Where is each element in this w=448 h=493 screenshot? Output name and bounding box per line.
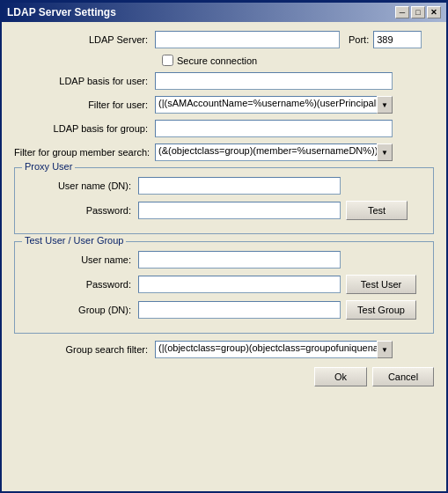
test-user-section-content: User name: Password: Test User Group (DN… <box>24 247 424 320</box>
maximize-button[interactable]: □ <box>411 6 425 18</box>
proxy-password-input[interactable] <box>138 202 341 219</box>
title-bar: LDAP Server Settings ─ □ ✕ <box>2 3 446 22</box>
ldap-server-input[interactable] <box>155 31 340 48</box>
test-group-input-group: Test Group <box>138 300 416 320</box>
ldap-basis-group-row: LDAP basis for group: <box>14 120 434 137</box>
ldap-basis-group-input[interactable] <box>155 120 393 137</box>
filter-user-dropdown-wrapper: (|(sAMAccountName=%username%)(userPrinci… <box>155 96 393 114</box>
cancel-button[interactable]: Cancel <box>372 367 434 386</box>
filter-group-row: Filter for group member search: (&(objec… <box>14 143 434 161</box>
test-password-input[interactable] <box>138 276 341 293</box>
test-group-button[interactable]: Test Group <box>346 300 416 320</box>
proxy-username-input[interactable] <box>138 177 341 195</box>
secure-checkbox-wrapper: Secure connection <box>162 55 257 66</box>
proxy-username-row: User name (DN): <box>24 177 424 195</box>
test-group-row: Group (DN): Test Group <box>24 300 424 320</box>
minimize-button[interactable]: ─ <box>395 6 409 18</box>
test-button[interactable]: Test <box>346 201 408 220</box>
test-password-label: Password: <box>24 279 138 290</box>
test-group-label: Group (DN): <box>24 305 138 315</box>
ldap-server-label: LDAP Server: <box>14 34 155 45</box>
port-label: Port: <box>349 34 369 45</box>
test-password-row: Password: Test User <box>24 275 424 294</box>
proxy-password-row: Password: Test <box>24 201 424 220</box>
filter-group-display[interactable]: (&(objectclass=group)(member=%usernameDN… <box>155 143 393 161</box>
proxy-user-section: Proxy User User name (DN): Password: Tes… <box>14 167 434 234</box>
ldap-basis-user-row: LDAP basis for user: <box>14 72 434 90</box>
bottom-buttons: Ok Cancel <box>14 367 434 392</box>
filter-user-dropdown-btn[interactable]: ▼ <box>377 96 393 114</box>
filter-group-dropdown-arrow: ▼ <box>381 149 388 157</box>
test-username-row: User name: <box>24 251 424 269</box>
group-search-dropdown-wrapper: (|(objectclass=group)(objectclass=groupo… <box>155 341 393 358</box>
test-username-input[interactable] <box>138 251 341 269</box>
title-bar-buttons: ─ □ ✕ <box>395 6 441 18</box>
window-title: LDAP Server Settings <box>7 6 116 18</box>
form-content: LDAP Server: Port: Secure connection LDA… <box>2 22 446 401</box>
test-username-label: User name: <box>24 254 138 265</box>
port-input[interactable] <box>373 31 422 48</box>
group-search-filter-row: Group search filter: (|(objectclass=grou… <box>14 341 434 358</box>
test-user-button[interactable]: Test User <box>346 275 416 294</box>
proxy-section-content: User name (DN): Password: Test <box>24 173 424 220</box>
secure-connection-row: Secure connection <box>162 55 434 66</box>
ldap-basis-user-label: LDAP basis for user: <box>14 76 155 86</box>
proxy-password-input-group: Test <box>138 201 408 220</box>
ldap-basis-group-label: LDAP basis for group: <box>14 123 155 134</box>
ldap-settings-window: LDAP Server Settings ─ □ ✕ LDAP Server: … <box>0 0 448 493</box>
ldap-basis-user-input[interactable] <box>155 72 393 90</box>
proxy-section-title: Proxy User <box>22 161 75 172</box>
proxy-username-label: User name (DN): <box>24 180 138 191</box>
group-search-dropdown-arrow: ▼ <box>381 346 388 354</box>
close-button[interactable]: ✕ <box>427 6 441 18</box>
proxy-password-label: Password: <box>24 205 138 216</box>
ldap-server-row: LDAP Server: Port: <box>14 31 434 48</box>
group-search-filter-label: Group search filter: <box>14 344 155 355</box>
secure-connection-checkbox[interactable] <box>162 55 173 66</box>
filter-user-display[interactable]: (|(sAMAccountName=%username%)(userPrinci… <box>155 96 393 114</box>
server-port-row: Port: <box>155 31 422 48</box>
filter-group-dropdown-wrapper: (&(objectclass=group)(member=%usernameDN… <box>155 143 393 161</box>
test-user-section: Test User / User Group User name: Passwo… <box>14 241 434 334</box>
filter-group-dropdown-btn[interactable]: ▼ <box>377 143 393 161</box>
filter-user-label: Filter for user: <box>14 99 155 110</box>
test-password-input-group: Test User <box>138 275 416 294</box>
test-user-section-title: Test User / User Group <box>22 235 126 246</box>
filter-group-label: Filter for group member search: <box>14 147 155 158</box>
test-group-input[interactable] <box>138 301 341 319</box>
group-search-dropdown-btn[interactable]: ▼ <box>377 341 393 358</box>
secure-connection-label: Secure connection <box>177 55 257 66</box>
filter-user-dropdown-arrow: ▼ <box>381 101 388 109</box>
filter-user-row: Filter for user: (|(sAMAccountName=%user… <box>14 96 434 114</box>
group-search-display[interactable]: (|(objectclass=group)(objectclass=groupo… <box>155 341 393 358</box>
ok-button[interactable]: Ok <box>314 367 367 386</box>
